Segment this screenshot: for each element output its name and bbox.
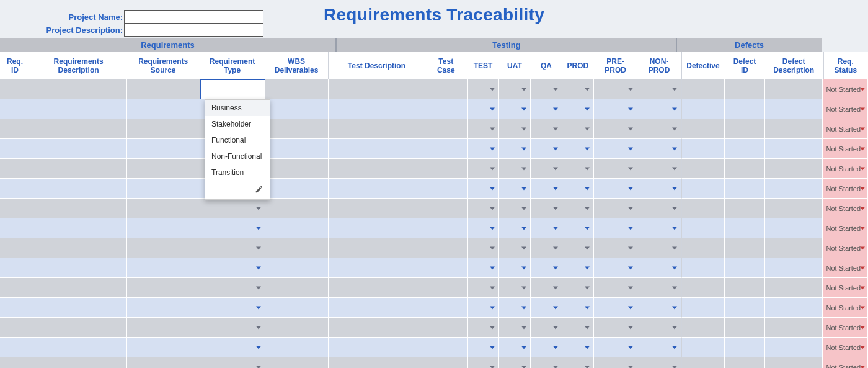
status-cell[interactable]: Not Started bbox=[823, 298, 868, 318]
cell[interactable] bbox=[499, 338, 531, 357]
cell[interactable] bbox=[425, 159, 467, 179]
cell[interactable] bbox=[329, 218, 425, 238]
cell[interactable] bbox=[765, 79, 823, 99]
project-name-input[interactable] bbox=[124, 10, 264, 24]
cell[interactable] bbox=[468, 99, 500, 119]
cell[interactable] bbox=[562, 278, 594, 298]
cell[interactable] bbox=[468, 119, 500, 139]
cell[interactable] bbox=[765, 218, 823, 238]
cell[interactable] bbox=[200, 199, 266, 218]
cell[interactable] bbox=[127, 298, 200, 318]
cell[interactable] bbox=[531, 79, 562, 99]
cell[interactable] bbox=[681, 179, 725, 199]
cell[interactable] bbox=[468, 258, 500, 278]
cell[interactable] bbox=[765, 139, 823, 159]
cell[interactable] bbox=[499, 318, 531, 338]
cell[interactable] bbox=[594, 258, 637, 278]
cell[interactable] bbox=[531, 199, 562, 218]
cell[interactable] bbox=[725, 338, 765, 357]
col-wbs[interactable]: WBS Deliverables bbox=[265, 52, 329, 79]
cell[interactable] bbox=[425, 179, 467, 199]
status-cell[interactable]: Not Started bbox=[823, 119, 868, 139]
cell[interactable] bbox=[725, 218, 765, 238]
cell[interactable] bbox=[725, 238, 765, 258]
cell[interactable] bbox=[265, 318, 329, 338]
cell[interactable] bbox=[562, 79, 594, 99]
cell[interactable] bbox=[468, 357, 500, 368]
cell[interactable] bbox=[531, 278, 562, 298]
cell[interactable] bbox=[531, 338, 562, 357]
cell[interactable] bbox=[30, 199, 127, 218]
cell[interactable] bbox=[329, 179, 425, 199]
cell[interactable] bbox=[637, 338, 681, 357]
cell[interactable] bbox=[765, 199, 823, 218]
cell[interactable] bbox=[30, 139, 127, 159]
cell[interactable] bbox=[562, 179, 594, 199]
cell[interactable] bbox=[499, 139, 531, 159]
cell[interactable] bbox=[681, 218, 725, 238]
cell[interactable] bbox=[127, 218, 200, 238]
cell[interactable] bbox=[681, 238, 725, 258]
cell[interactable] bbox=[681, 278, 725, 298]
cell[interactable] bbox=[531, 218, 562, 238]
cell[interactable] bbox=[531, 159, 562, 179]
col-defect-id[interactable]: Defect ID bbox=[725, 52, 765, 79]
cell[interactable] bbox=[468, 338, 500, 357]
cell[interactable] bbox=[265, 119, 329, 139]
cell[interactable] bbox=[531, 357, 562, 368]
cell[interactable] bbox=[765, 298, 823, 318]
cell[interactable] bbox=[425, 357, 467, 368]
col-test-case[interactable]: Test Case bbox=[425, 52, 467, 79]
cell[interactable] bbox=[30, 278, 127, 298]
cell[interactable] bbox=[637, 179, 681, 199]
cell[interactable] bbox=[562, 99, 594, 119]
cell[interactable] bbox=[329, 318, 425, 338]
cell[interactable] bbox=[499, 179, 531, 199]
cell[interactable] bbox=[0, 179, 30, 199]
status-cell[interactable]: Not Started bbox=[823, 357, 868, 368]
cell[interactable] bbox=[725, 258, 765, 278]
cell[interactable] bbox=[562, 238, 594, 258]
cell[interactable] bbox=[425, 79, 467, 99]
cell[interactable] bbox=[725, 298, 765, 318]
cell[interactable] bbox=[594, 199, 637, 218]
cell[interactable] bbox=[637, 238, 681, 258]
cell[interactable] bbox=[681, 199, 725, 218]
cell[interactable] bbox=[594, 119, 637, 139]
cell[interactable] bbox=[531, 119, 562, 139]
status-cell[interactable]: Not Started bbox=[823, 318, 868, 338]
status-cell[interactable]: Not Started bbox=[823, 258, 868, 278]
cell[interactable] bbox=[265, 79, 329, 99]
col-req-type[interactable]: Requirement Type bbox=[200, 52, 265, 79]
cell[interactable] bbox=[499, 159, 531, 179]
cell[interactable] bbox=[200, 218, 266, 238]
col-preprod[interactable]: PRE-PROD bbox=[594, 52, 637, 79]
cell[interactable] bbox=[0, 99, 30, 119]
cell[interactable] bbox=[765, 99, 823, 119]
cell[interactable] bbox=[594, 139, 637, 159]
cell[interactable] bbox=[0, 159, 30, 179]
cell[interactable] bbox=[765, 119, 823, 139]
cell[interactable] bbox=[0, 238, 30, 258]
cell[interactable] bbox=[0, 139, 30, 159]
cell[interactable] bbox=[594, 318, 637, 338]
cell[interactable] bbox=[562, 318, 594, 338]
col-test-desc[interactable]: Test Description bbox=[328, 52, 425, 79]
cell[interactable] bbox=[30, 238, 127, 258]
cell[interactable] bbox=[200, 79, 266, 99]
cell[interactable] bbox=[127, 159, 200, 179]
cell[interactable] bbox=[594, 79, 637, 99]
cell[interactable] bbox=[594, 179, 637, 199]
cell[interactable] bbox=[468, 159, 500, 179]
cell[interactable] bbox=[562, 338, 594, 357]
cell[interactable] bbox=[127, 119, 200, 139]
cell[interactable] bbox=[425, 238, 467, 258]
cell[interactable] bbox=[329, 238, 425, 258]
cell[interactable] bbox=[265, 199, 329, 218]
cell[interactable] bbox=[499, 218, 531, 238]
status-cell[interactable]: Not Started bbox=[823, 79, 868, 99]
cell[interactable] bbox=[127, 318, 200, 338]
cell[interactable] bbox=[499, 99, 531, 119]
cell[interactable] bbox=[499, 278, 531, 298]
cell[interactable] bbox=[562, 139, 594, 159]
